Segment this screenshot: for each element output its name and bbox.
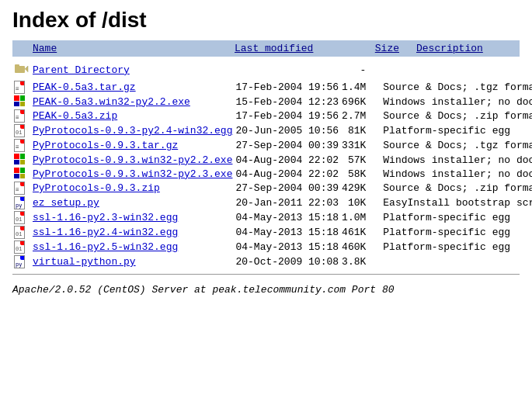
file-icon: [12, 95, 31, 109]
file-size: 57K: [340, 153, 372, 167]
list-item: PyProtocols-0.9.3.tar.gz 27-Sep-2004 00:…: [12, 138, 532, 153]
file-name[interactable]: virtual-python.py: [31, 254, 234, 269]
sort-by-size[interactable]: Size: [375, 43, 399, 54]
file-description: Source & Docs; .zip format: [372, 109, 532, 123]
file-icon: [12, 60, 31, 80]
file-name[interactable]: PyProtocols-0.9.3.win32-py2.3.exe: [31, 167, 234, 181]
list-item: PEAK-0.5a3.win32-py2.2.exe 15-Feb-2004 1…: [12, 95, 532, 109]
file-link[interactable]: PEAK-0.5a3.win32-py2.2.exe: [33, 96, 190, 108]
file-link[interactable]: PyProtocols-0.9.3.win32-py2.2.exe: [33, 154, 232, 166]
file-description: EasyInstall bootstrap script: [372, 196, 532, 210]
file-description: Windows installer; no docs: [372, 153, 532, 167]
page-title: Index of /dist: [12, 8, 520, 33]
file-icon: [12, 240, 31, 254]
list-item: ssl-1.16-py2.3-win32.egg 04-May-2013 15:…: [12, 210, 532, 225]
file-description: Source & Docs; .tgz format: [372, 138, 532, 153]
file-icon: [12, 196, 31, 210]
file-link[interactable]: PEAK-0.5a3.tar.gz: [33, 81, 136, 93]
file-size: 696K: [340, 95, 372, 109]
file-description: Source & Docs; .tgz format: [372, 80, 532, 95]
file-name[interactable]: ez_setup.py: [31, 196, 234, 210]
list-item: PyProtocols-0.9.3.win32-py2.3.exe 04-Aug…: [12, 167, 532, 181]
file-description: Platform-specific egg: [372, 123, 532, 138]
file-link[interactable]: ez_setup.py: [33, 197, 99, 209]
file-description: Platform-specific egg: [372, 210, 532, 225]
file-modified: 17-Feb-2004 19:56: [234, 109, 340, 123]
list-item: PEAK-0.5a3.tar.gz 17-Feb-2004 19:56 1.4M…: [12, 80, 532, 95]
file-modified: 15-Feb-2004 12:23: [234, 95, 340, 109]
file-link[interactable]: ssl-1.16-py2.5-win32.egg: [33, 241, 178, 253]
file-icon: [12, 109, 31, 123]
file-link[interactable]: Parent Directory: [33, 64, 130, 76]
file-size: 81K: [340, 123, 372, 138]
file-link[interactable]: PyProtocols-0.9.3.tar.gz: [33, 140, 178, 151]
file-name[interactable]: PyProtocols-0.9.3.zip: [31, 181, 234, 196]
file-modified: 20-Jun-2005 10:56: [234, 123, 340, 138]
file-name[interactable]: ssl-1.16-py2.5-win32.egg: [31, 240, 234, 254]
file-name[interactable]: PEAK-0.5a3.zip: [31, 109, 234, 123]
file-modified: 27-Sep-2004 00:39: [234, 181, 340, 196]
file-modified: 20-Oct-2009 10:08: [234, 254, 340, 269]
file-size: 331K: [340, 138, 372, 153]
file-description: [372, 60, 532, 80]
file-icon: [12, 138, 31, 153]
file-description: Windows installer; no docs: [372, 95, 532, 109]
server-footer: Apache/2.0.52 (CentOS) Server at peak.te…: [12, 284, 520, 296]
list-item: ssl-1.16-py2.5-win32.egg 04-May-2013 15:…: [12, 240, 532, 254]
list-item: PyProtocols-0.9.3-py2.4-win32.egg 20-Jun…: [12, 123, 532, 138]
file-size: -: [340, 60, 372, 80]
file-modified: 04-May-2013 15:18: [234, 225, 340, 240]
file-modified: 04-Aug-2004 22:02: [234, 167, 340, 181]
file-size: 10K: [340, 196, 372, 210]
file-size: 460K: [340, 240, 372, 254]
column-header-bar: Name Last modified Size Description: [12, 40, 520, 57]
list-item: PEAK-0.5a3.zip 17-Feb-2004 19:56 2.7M So…: [12, 109, 532, 123]
file-modified: [234, 60, 340, 80]
file-link[interactable]: PyProtocols-0.9.3.zip: [33, 182, 160, 194]
file-name[interactable]: PEAK-0.5a3.win32-py2.2.exe: [31, 95, 234, 109]
list-item: ssl-1.16-py2.4-win32.egg 04-May-2013 15:…: [12, 225, 532, 240]
file-modified: 04-Aug-2004 22:02: [234, 153, 340, 167]
file-link[interactable]: PEAK-0.5a3.zip: [33, 110, 117, 122]
sort-by-desc[interactable]: Description: [416, 43, 483, 54]
file-size: 1.4M: [340, 80, 372, 95]
file-icon: [12, 181, 31, 196]
file-name[interactable]: Parent Directory: [31, 60, 234, 80]
file-icon: [12, 80, 31, 95]
file-link[interactable]: PyProtocols-0.9.3.win32-py2.3.exe: [33, 168, 232, 180]
sort-by-name[interactable]: Name: [33, 43, 57, 54]
sort-by-modified[interactable]: Last modified: [235, 43, 313, 54]
file-modified: 27-Sep-2004 00:39: [234, 138, 340, 153]
list-item: ez_setup.py 20-Jan-2011 22:03 10K EasyIn…: [12, 196, 532, 210]
file-link[interactable]: virtual-python.py: [33, 256, 136, 268]
file-modified: 20-Jan-2011 22:03: [234, 196, 340, 210]
file-size: 461K: [340, 225, 372, 240]
file-icon: [12, 153, 31, 167]
file-link[interactable]: ssl-1.16-py2.4-win32.egg: [33, 227, 178, 238]
file-size: 3.8K: [340, 254, 372, 269]
file-modified: 04-May-2013 15:18: [234, 240, 340, 254]
file-link[interactable]: ssl-1.16-py2.3-win32.egg: [33, 212, 178, 223]
file-name[interactable]: ssl-1.16-py2.3-win32.egg: [31, 210, 234, 225]
file-name[interactable]: PyProtocols-0.9.3.win32-py2.2.exe: [31, 153, 234, 167]
list-item: PyProtocols-0.9.3.win32-py2.2.exe 04-Aug…: [12, 153, 532, 167]
file-name[interactable]: PyProtocols-0.9.3-py2.4-win32.egg: [31, 123, 234, 138]
file-description: Source & Docs; .zip format: [372, 181, 532, 196]
list-item: virtual-python.py 20-Oct-2009 10:08 3.8K: [12, 254, 532, 269]
file-icon: [12, 123, 31, 138]
file-icon: [12, 167, 31, 181]
file-listing-table: Parent Directory - PEAK-0.5a3.tar.gz 17-…: [12, 60, 532, 269]
file-description: [372, 254, 532, 269]
svg-rect-1: [15, 64, 19, 67]
file-icon: [12, 254, 31, 269]
file-description: Platform-specific egg: [372, 225, 532, 240]
file-modified: 17-Feb-2004 19:56: [234, 80, 340, 95]
list-item: PyProtocols-0.9.3.zip 27-Sep-2004 00:39 …: [12, 181, 532, 196]
file-name[interactable]: ssl-1.16-py2.4-win32.egg: [31, 225, 234, 240]
file-modified: 04-May-2013 15:18: [234, 210, 340, 225]
file-link[interactable]: PyProtocols-0.9.3-py2.4-win32.egg: [33, 125, 232, 137]
file-name[interactable]: PyProtocols-0.9.3.tar.gz: [31, 138, 234, 153]
file-name[interactable]: PEAK-0.5a3.tar.gz: [31, 80, 234, 95]
footer-divider: [12, 274, 520, 275]
file-size: 58K: [340, 167, 372, 181]
